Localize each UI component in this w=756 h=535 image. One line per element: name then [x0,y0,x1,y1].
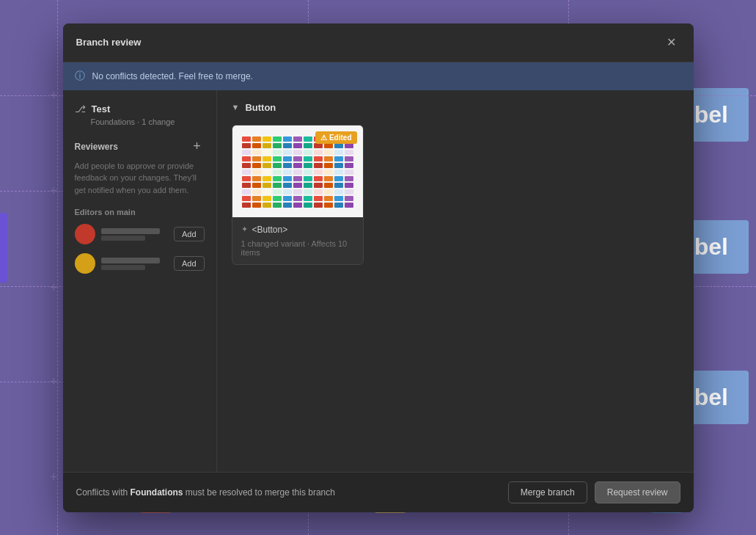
svg-rect-112 [263,203,271,208]
svg-rect-96 [324,189,333,194]
svg-rect-32 [345,150,353,155]
reviewer-details-2 [101,258,160,270]
svg-rect-66 [242,176,251,181]
component-meta: 1 changed variant · Affects 10 items [241,239,354,257]
editors-label: Editors on main [75,208,205,216]
svg-rect-5 [293,137,302,142]
svg-rect-84 [314,183,323,188]
svg-rect-114 [283,203,292,208]
svg-rect-85 [324,183,333,188]
branch-review-modal: Branch review ✕ ⓘ No conflicts detected.… [63,23,694,512]
svg-rect-16 [293,143,302,148]
merge-branch-button[interactable]: Merge branch [508,481,587,503]
component-icon: ✦ [241,225,248,234]
branch-meta: Foundations · 1 change [91,117,205,126]
reviewer-role-2 [101,265,145,270]
svg-rect-45 [252,163,261,168]
svg-rect-74 [324,176,333,181]
svg-rect-53 [334,163,343,168]
svg-rect-76 [345,176,353,181]
svg-rect-59 [283,170,292,175]
svg-rect-95 [314,189,323,194]
svg-rect-78 [252,183,261,188]
chevron-down-icon: ▼ [232,103,240,112]
branch-icon: ⎇ [75,103,86,114]
right-panel: ▼ Button ⚠ Edited [217,90,694,472]
footer-actions: Merge branch Request review [508,481,680,503]
reviewer-name-1 [101,228,160,234]
svg-rect-43 [345,156,353,161]
modal-header: Branch review ✕ [63,23,694,62]
svg-rect-50 [304,163,312,168]
svg-rect-104 [293,196,302,201]
svg-rect-38 [293,156,302,161]
svg-rect-63 [324,170,333,175]
reviewers-header: Reviewers + [75,139,205,154]
svg-rect-30 [324,150,333,155]
info-icon: ⓘ [75,70,85,83]
svg-rect-119 [334,203,343,208]
svg-rect-110 [242,203,251,208]
svg-rect-69 [273,176,282,181]
svg-rect-37 [283,156,292,161]
reviewer-row-2: Add [75,253,205,274]
svg-rect-44 [242,163,251,168]
add-reviewer-button[interactable]: + [190,139,205,154]
svg-rect-90 [263,189,271,194]
add-reviewer-1-button[interactable]: Add [174,227,205,241]
svg-rect-46 [263,163,271,168]
svg-rect-39 [304,156,312,161]
svg-rect-117 [314,203,323,208]
info-banner-text: No conflicts detected. Feel free to merg… [92,71,253,81]
svg-rect-67 [252,176,261,181]
svg-rect-31 [334,150,343,155]
svg-rect-23 [252,150,261,155]
svg-rect-120 [345,203,353,208]
svg-rect-98 [345,189,353,194]
svg-rect-29 [314,150,323,155]
close-button[interactable]: ✕ [663,34,680,51]
avatar-1 [75,224,95,244]
svg-rect-70 [283,176,292,181]
svg-rect-68 [263,176,271,181]
svg-rect-11 [242,143,251,148]
branch-header: ⎇ Test [75,103,205,114]
svg-rect-94 [304,189,312,194]
svg-rect-4 [283,137,292,142]
svg-rect-20 [334,143,343,148]
svg-rect-92 [283,189,292,194]
svg-rect-89 [252,189,261,194]
svg-rect-118 [324,203,333,208]
add-reviewer-2-button[interactable]: Add [174,256,205,271]
svg-rect-65 [345,170,353,175]
component-preview-svg [241,133,354,210]
request-review-button[interactable]: Request review [595,481,680,503]
svg-rect-75 [334,176,343,181]
svg-rect-81 [283,183,292,188]
reviewers-label: Reviewers [75,142,118,152]
svg-rect-28 [304,150,312,155]
conflict-foundation: Foundations [131,487,183,498]
modal-footer: Conflicts with Foundations must be resol… [63,472,694,512]
svg-rect-42 [334,156,343,161]
svg-rect-73 [314,176,323,181]
svg-rect-82 [293,183,302,188]
svg-rect-15 [283,143,292,148]
svg-rect-106 [314,196,323,201]
component-card[interactable]: ⚠ Edited [232,125,364,265]
svg-rect-86 [334,183,343,188]
svg-rect-6 [304,137,312,142]
svg-rect-35 [263,156,271,161]
reviewer-role-1 [101,236,145,241]
svg-rect-48 [283,163,292,168]
modal-overlay: Branch review ✕ ⓘ No conflicts detected.… [0,0,756,535]
svg-rect-91 [273,189,282,194]
svg-rect-62 [314,170,323,175]
svg-rect-26 [283,150,292,155]
svg-rect-107 [324,196,333,201]
svg-rect-24 [263,150,271,155]
svg-rect-71 [293,176,302,181]
reviewer-info-1 [75,224,160,244]
branch-name: Test [92,103,111,114]
svg-rect-72 [304,176,312,181]
